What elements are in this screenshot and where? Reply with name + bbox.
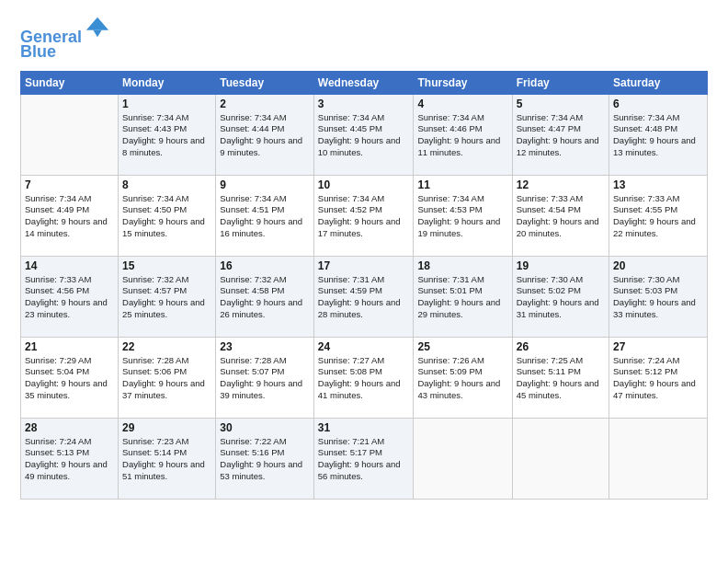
- calendar-body: 1Sunrise: 7:34 AMSunset: 4:43 PMDaylight…: [21, 94, 708, 499]
- day-info: Sunrise: 7:34 AMSunset: 4:50 PMDaylight:…: [122, 193, 211, 240]
- day-number: 21: [25, 340, 114, 353]
- day-info: Sunrise: 7:30 AMSunset: 5:03 PMDaylight:…: [613, 274, 703, 321]
- day-info: Sunrise: 7:34 AMSunset: 4:51 PMDaylight:…: [220, 193, 310, 240]
- calendar-cell: 1Sunrise: 7:34 AMSunset: 4:43 PMDaylight…: [119, 94, 216, 175]
- day-number: 1: [122, 98, 211, 110]
- calendar-cell: 16Sunrise: 7:32 AMSunset: 4:58 PMDayligh…: [216, 256, 314, 337]
- day-info: Sunrise: 7:34 AMSunset: 4:49 PMDaylight:…: [25, 193, 114, 240]
- calendar-cell: 29Sunrise: 7:23 AMSunset: 5:14 PMDayligh…: [119, 418, 216, 499]
- calendar-cell: [512, 418, 609, 499]
- day-number: 15: [122, 259, 211, 272]
- day-info: Sunrise: 7:33 AMSunset: 4:54 PMDaylight:…: [517, 193, 605, 240]
- day-number: 19: [517, 259, 605, 272]
- day-info: Sunrise: 7:27 AMSunset: 5:08 PMDaylight:…: [318, 355, 410, 402]
- day-number: 2: [220, 98, 310, 110]
- day-number: 6: [613, 98, 703, 110]
- day-number: 28: [25, 421, 114, 434]
- calendar-cell: 25Sunrise: 7:26 AMSunset: 5:09 PMDayligh…: [414, 337, 512, 418]
- day-number: 12: [517, 178, 605, 191]
- day-number: 26: [517, 340, 605, 353]
- day-info: Sunrise: 7:33 AMSunset: 4:56 PMDaylight:…: [25, 274, 114, 321]
- calendar-cell: 10Sunrise: 7:34 AMSunset: 4:52 PMDayligh…: [313, 175, 414, 256]
- calendar-cell: 28Sunrise: 7:24 AMSunset: 5:13 PMDayligh…: [21, 418, 119, 499]
- header-row: SundayMondayTuesdayWednesdayThursdayFrid…: [21, 71, 708, 94]
- day-info: Sunrise: 7:34 AMSunset: 4:43 PMDaylight:…: [122, 112, 211, 159]
- page: General Blue SundayMondayTuesdayWednesda…: [0, 0, 728, 563]
- calendar-cell: 18Sunrise: 7:31 AMSunset: 5:01 PMDayligh…: [414, 256, 512, 337]
- calendar-cell: 13Sunrise: 7:33 AMSunset: 4:55 PMDayligh…: [609, 175, 708, 256]
- day-info: Sunrise: 7:28 AMSunset: 5:06 PMDaylight:…: [122, 355, 211, 402]
- calendar-cell: 31Sunrise: 7:21 AMSunset: 5:17 PMDayligh…: [313, 418, 414, 499]
- day-number: 13: [613, 178, 703, 191]
- day-number: 17: [318, 259, 410, 272]
- calendar-cell: 6Sunrise: 7:34 AMSunset: 4:48 PMDaylight…: [609, 94, 708, 175]
- week-row-3: 14Sunrise: 7:33 AMSunset: 4:56 PMDayligh…: [21, 256, 708, 337]
- header: General Blue: [20, 17, 708, 62]
- day-info: Sunrise: 7:33 AMSunset: 4:55 PMDaylight:…: [613, 193, 703, 240]
- day-number: 31: [318, 421, 410, 434]
- day-number: 20: [613, 259, 703, 272]
- day-header-sunday: Sunday: [21, 71, 119, 94]
- day-info: Sunrise: 7:30 AMSunset: 5:02 PMDaylight:…: [517, 274, 605, 321]
- day-number: 23: [220, 340, 310, 353]
- calendar-cell: 9Sunrise: 7:34 AMSunset: 4:51 PMDaylight…: [216, 175, 314, 256]
- day-number: 29: [122, 421, 211, 434]
- week-row-5: 28Sunrise: 7:24 AMSunset: 5:13 PMDayligh…: [21, 418, 708, 499]
- calendar-cell: 5Sunrise: 7:34 AMSunset: 4:47 PMDaylight…: [512, 94, 609, 175]
- day-info: Sunrise: 7:29 AMSunset: 5:04 PMDaylight:…: [25, 355, 114, 402]
- day-number: 22: [122, 340, 211, 353]
- day-info: Sunrise: 7:34 AMSunset: 4:44 PMDaylight:…: [220, 112, 310, 159]
- week-row-2: 7Sunrise: 7:34 AMSunset: 4:49 PMDaylight…: [21, 175, 708, 256]
- day-number: 3: [318, 98, 410, 110]
- day-number: 4: [417, 98, 507, 110]
- day-info: Sunrise: 7:34 AMSunset: 4:53 PMDaylight:…: [417, 193, 507, 240]
- day-info: Sunrise: 7:32 AMSunset: 4:58 PMDaylight:…: [220, 274, 310, 321]
- day-info: Sunrise: 7:34 AMSunset: 4:47 PMDaylight:…: [517, 112, 605, 159]
- day-info: Sunrise: 7:24 AMSunset: 5:13 PMDaylight:…: [25, 436, 114, 483]
- svg-marker-1: [93, 30, 101, 37]
- calendar-cell: 7Sunrise: 7:34 AMSunset: 4:49 PMDaylight…: [21, 175, 119, 256]
- day-number: 8: [122, 178, 211, 191]
- day-header-friday: Friday: [512, 71, 609, 94]
- day-number: 27: [613, 340, 703, 353]
- day-info: Sunrise: 7:23 AMSunset: 5:14 PMDaylight:…: [122, 436, 211, 483]
- calendar-cell: 20Sunrise: 7:30 AMSunset: 5:03 PMDayligh…: [609, 256, 708, 337]
- calendar-table: SundayMondayTuesdayWednesdayThursdayFrid…: [20, 71, 708, 500]
- day-info: Sunrise: 7:26 AMSunset: 5:09 PMDaylight:…: [417, 355, 507, 402]
- day-info: Sunrise: 7:34 AMSunset: 4:52 PMDaylight:…: [318, 193, 410, 240]
- calendar-cell: 26Sunrise: 7:25 AMSunset: 5:11 PMDayligh…: [512, 337, 609, 418]
- calendar-cell: 11Sunrise: 7:34 AMSunset: 4:53 PMDayligh…: [414, 175, 512, 256]
- calendar-cell: [21, 94, 119, 175]
- calendar-cell: 14Sunrise: 7:33 AMSunset: 4:56 PMDayligh…: [21, 256, 119, 337]
- day-header-monday: Monday: [119, 71, 216, 94]
- day-number: 7: [25, 178, 114, 191]
- day-number: 14: [25, 259, 114, 272]
- logo: General Blue: [20, 17, 110, 62]
- calendar-cell: 24Sunrise: 7:27 AMSunset: 5:08 PMDayligh…: [313, 337, 414, 418]
- day-number: 30: [220, 421, 310, 434]
- calendar-cell: 2Sunrise: 7:34 AMSunset: 4:44 PMDaylight…: [216, 94, 314, 175]
- calendar-cell: 8Sunrise: 7:34 AMSunset: 4:50 PMDaylight…: [119, 175, 216, 256]
- day-header-wednesday: Wednesday: [313, 71, 414, 94]
- logo-icon: [85, 13, 110, 39]
- day-header-saturday: Saturday: [609, 71, 708, 94]
- calendar-cell: 22Sunrise: 7:28 AMSunset: 5:06 PMDayligh…: [119, 337, 216, 418]
- calendar-cell: [414, 418, 512, 499]
- day-info: Sunrise: 7:22 AMSunset: 5:16 PMDaylight:…: [220, 436, 310, 483]
- day-number: 25: [417, 340, 507, 353]
- calendar-cell: 21Sunrise: 7:29 AMSunset: 5:04 PMDayligh…: [21, 337, 119, 418]
- calendar-cell: 17Sunrise: 7:31 AMSunset: 4:59 PMDayligh…: [313, 256, 414, 337]
- day-number: 24: [318, 340, 410, 353]
- day-header-tuesday: Tuesday: [216, 71, 314, 94]
- week-row-4: 21Sunrise: 7:29 AMSunset: 5:04 PMDayligh…: [21, 337, 708, 418]
- calendar-cell: 23Sunrise: 7:28 AMSunset: 5:07 PMDayligh…: [216, 337, 314, 418]
- day-info: Sunrise: 7:34 AMSunset: 4:45 PMDaylight:…: [318, 112, 410, 159]
- day-info: Sunrise: 7:34 AMSunset: 4:46 PMDaylight:…: [417, 112, 507, 159]
- day-info: Sunrise: 7:25 AMSunset: 5:11 PMDaylight:…: [517, 355, 605, 402]
- day-info: Sunrise: 7:32 AMSunset: 4:57 PMDaylight:…: [122, 274, 211, 321]
- day-number: 10: [318, 178, 410, 191]
- day-info: Sunrise: 7:21 AMSunset: 5:17 PMDaylight:…: [318, 436, 410, 483]
- calendar-cell: [609, 418, 708, 499]
- calendar-cell: 4Sunrise: 7:34 AMSunset: 4:46 PMDaylight…: [414, 94, 512, 175]
- calendar-cell: 30Sunrise: 7:22 AMSunset: 5:16 PMDayligh…: [216, 418, 314, 499]
